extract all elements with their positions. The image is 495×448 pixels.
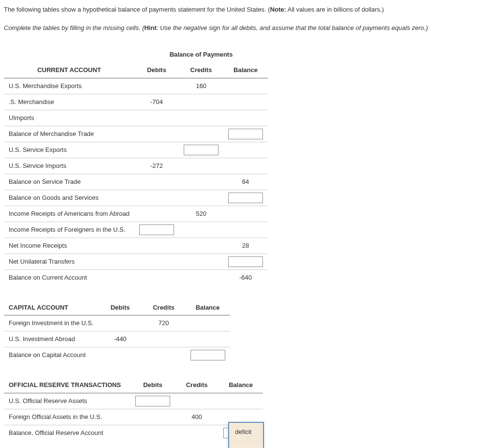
credits-value bbox=[179, 110, 223, 126]
current-account-table: Balance of Payments CURRENT ACCOUNT Debi… bbox=[4, 47, 268, 285]
credits-input[interactable] bbox=[184, 145, 218, 155]
table-row: Balance on Goods and Services bbox=[4, 190, 268, 206]
debits-value bbox=[99, 347, 142, 363]
balance-value bbox=[223, 78, 268, 94]
intro-note-text: All values are in billions of dollars.) bbox=[286, 6, 384, 13]
table-row: Balance on Current Account-640 bbox=[4, 269, 268, 285]
table2-header-balance: Balance bbox=[186, 300, 230, 315]
hint-text: Complete the tables by filling in the mi… bbox=[4, 23, 491, 33]
table-row: U.S. Investment Abroad-440 bbox=[4, 331, 230, 347]
table2-header-account: CAPITAL ACCOUNT bbox=[4, 300, 99, 315]
balance-value bbox=[186, 315, 230, 331]
debits-value bbox=[134, 206, 179, 222]
hint-body: : Use the negative sign for all debits, … bbox=[157, 24, 428, 31]
table2-header-credits: Credits bbox=[142, 300, 186, 315]
table-row: Foreign Official Assets in the U.S.400 bbox=[4, 409, 263, 425]
table-row: Balance, Official Reserve Account bbox=[4, 425, 263, 441]
debits-value bbox=[134, 126, 179, 142]
credits-value bbox=[142, 331, 186, 347]
hint-prefix: Complete the tables by filling in the mi… bbox=[4, 24, 144, 31]
debits-value: -440 bbox=[99, 331, 142, 347]
table-row: U.S. Service Exports bbox=[4, 142, 268, 158]
table-row: Income Receipts of Foreigners in the U.S… bbox=[4, 222, 268, 238]
table1-header-balance: Balance bbox=[223, 62, 268, 78]
debits-value bbox=[134, 142, 179, 158]
table2-header-debits: Debits bbox=[99, 300, 142, 315]
balance-input[interactable] bbox=[228, 129, 263, 139]
row-label: Net Unilateral Transfers bbox=[4, 254, 134, 269]
credits-value bbox=[142, 347, 186, 363]
credits-value bbox=[179, 222, 223, 238]
official-reserve-table: OFFICIAL RESERVE TRANSACTIONS Debits Cre… bbox=[4, 377, 263, 441]
debits-value bbox=[99, 315, 142, 331]
credits-value bbox=[179, 126, 223, 142]
table-row: Income Receipts of Americans from Abroad… bbox=[4, 206, 268, 222]
row-label: UImports bbox=[4, 110, 134, 126]
credits-value bbox=[179, 190, 223, 206]
table3-header-account: OFFICIAL RESERVE TRANSACTIONS bbox=[4, 377, 131, 393]
intro-note-label: Note: bbox=[270, 6, 286, 13]
credits-value bbox=[175, 425, 218, 441]
row-label: Balance of Merchandise Trade bbox=[4, 126, 134, 142]
row-label: Net Income Receipts bbox=[4, 238, 134, 254]
capital-account-table: CAPITAL ACCOUNT Debits Credits Balance F… bbox=[4, 300, 230, 363]
credits-value bbox=[175, 393, 218, 409]
row-label: Balance on Current Account bbox=[4, 269, 134, 285]
table-row: U.S. Official Reserve Assets bbox=[4, 393, 263, 409]
debits-value: -272 bbox=[134, 158, 179, 174]
row-label: .S. Merchandise bbox=[4, 94, 134, 110]
debits-value bbox=[134, 254, 179, 269]
table-row: Balance of Merchandise Trade bbox=[4, 126, 268, 142]
debits-input[interactable] bbox=[139, 224, 174, 235]
table3-header-balance: Balance bbox=[218, 377, 263, 393]
credits-value: 160 bbox=[179, 78, 223, 94]
dropdown-option-surplus[interactable]: surplus bbox=[229, 442, 263, 448]
credits-value bbox=[179, 269, 223, 285]
debits-value bbox=[134, 174, 179, 190]
debits-value bbox=[134, 78, 179, 94]
row-label: Balance on Capital Account bbox=[4, 347, 99, 363]
balance-value bbox=[218, 393, 263, 409]
debits-value bbox=[134, 269, 179, 285]
balance-value bbox=[223, 206, 268, 222]
balance-value bbox=[223, 94, 268, 110]
row-label: Foreign Investment in the U.S. bbox=[4, 315, 99, 331]
table1-header-debits: Debits bbox=[134, 62, 179, 78]
debits-value bbox=[131, 409, 175, 425]
balance-value bbox=[223, 110, 268, 126]
credits-value bbox=[179, 174, 223, 190]
row-label: U.S. Investment Abroad bbox=[4, 331, 99, 347]
table-row: U.S. Merchandise Exports160 bbox=[4, 78, 268, 94]
debits-value bbox=[134, 238, 179, 254]
row-label: Balance, Official Reserve Account bbox=[4, 425, 131, 441]
credits-value bbox=[179, 254, 223, 269]
table-row: UImports bbox=[4, 110, 268, 126]
table-row: Balance on Service Trade64 bbox=[4, 174, 268, 190]
balance-input[interactable] bbox=[228, 193, 263, 203]
balance-value: 64 bbox=[223, 174, 268, 190]
row-label: U.S. Merchandise Exports bbox=[4, 78, 134, 94]
table3-header-credits: Credits bbox=[175, 377, 218, 393]
table3-header-debits: Debits bbox=[131, 377, 175, 393]
credits-value: 400 bbox=[175, 409, 218, 425]
dropdown-option-deficit[interactable]: deficit bbox=[229, 423, 263, 442]
debits-value: -704 bbox=[134, 94, 179, 110]
table1-header-credits: Credits bbox=[179, 62, 223, 78]
hint-label: Hint bbox=[144, 24, 156, 31]
balance-input[interactable] bbox=[228, 256, 263, 267]
table-row: .S. Merchandise-704 bbox=[4, 94, 268, 110]
credits-value: 720 bbox=[142, 315, 186, 331]
balance-value bbox=[186, 331, 230, 347]
balance-input[interactable] bbox=[190, 350, 225, 360]
row-label: U.S. Official Reserve Assets bbox=[4, 393, 131, 409]
table1-title: Balance of Payments bbox=[134, 47, 268, 62]
table-row: Balance on Capital Account bbox=[4, 347, 230, 363]
row-label: Income Receipts of Foreigners in the U.S… bbox=[4, 222, 134, 238]
row-label: Balance on Goods and Services bbox=[4, 190, 134, 206]
debits-input[interactable] bbox=[135, 396, 170, 406]
credits-value: 520 bbox=[179, 206, 223, 222]
intro-text: The following tables show a hypothetical… bbox=[4, 5, 491, 15]
debits-value bbox=[131, 425, 175, 441]
row-label: U.S. Service Exports bbox=[4, 142, 134, 158]
balance-value: -640 bbox=[223, 269, 268, 285]
